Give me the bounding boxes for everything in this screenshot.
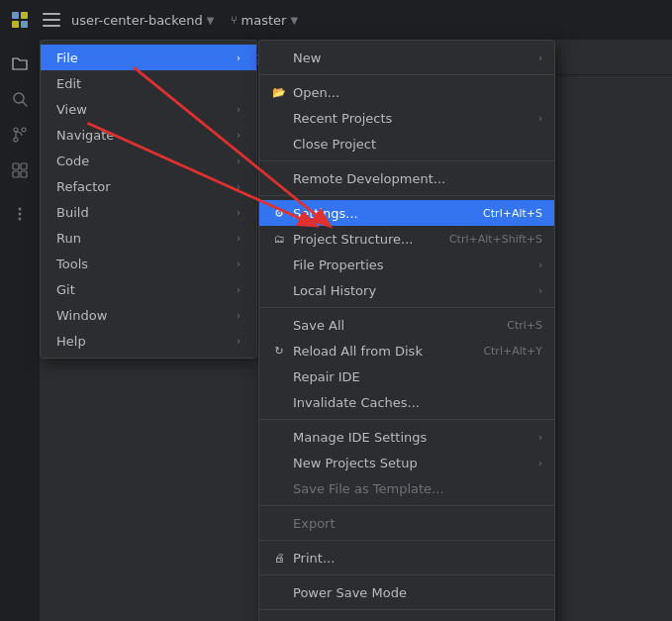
remote-icon: [271, 170, 287, 186]
svg-rect-14: [13, 171, 19, 177]
submenu-invalidate-label: Invalidate Caches...: [293, 395, 420, 410]
svg-rect-5: [43, 19, 60, 21]
submenu-reload[interactable]: ↻ Reload All from Disk Ctrl+Alt+Y: [259, 338, 554, 363]
submenu-new[interactable]: New ›: [259, 45, 554, 70]
main-menu: File › Edit View › Navigate › Code ›: [40, 40, 257, 359]
submenu-close-project-label: Close Project: [293, 137, 376, 152]
menu-edit-label: Edit: [56, 76, 81, 91]
submenu-export-label: Export: [293, 516, 336, 531]
svg-point-9: [14, 128, 18, 132]
submenu-project-structure[interactable]: 🗂 Project Structure... Ctrl+Alt+Shift+S: [259, 226, 554, 252]
menu-item-file[interactable]: File ›: [41, 45, 256, 70]
submenu-manage-ide[interactable]: Manage IDE Settings ›: [259, 424, 554, 450]
branch-selector[interactable]: ⑂ master ▼: [231, 13, 299, 28]
menu-item-code[interactable]: Code ›: [41, 148, 256, 173]
submenu-reload-label: Reload All from Disk: [293, 344, 423, 359]
menu-git-arrow: ›: [237, 284, 240, 295]
settings-shortcut: Ctrl+Alt+S: [483, 207, 542, 220]
menu-item-navigate[interactable]: Navigate ›: [41, 122, 256, 148]
divider-1: [259, 74, 554, 75]
menu-view-arrow: ›: [237, 104, 240, 115]
branch-icon: ⑂: [231, 14, 238, 27]
new-projects-arrow: ›: [538, 458, 542, 468]
svg-rect-1: [21, 12, 28, 19]
svg-point-10: [22, 128, 26, 132]
divider-5: [259, 419, 554, 420]
menu-overlay: File › Edit View › Navigate › Code ›: [40, 40, 672, 621]
submenu-local-history[interactable]: Local History ›: [259, 277, 554, 303]
menu-run-arrow: ›: [237, 233, 240, 244]
submenu-new-projects-label: New Projects Setup: [293, 456, 418, 470]
menu-window-label: Window: [56, 308, 107, 323]
menu-refactor-arrow: ›: [237, 181, 240, 192]
submenu-recent-projects[interactable]: Recent Projects ›: [259, 105, 554, 131]
local-history-arrow: ›: [538, 285, 542, 296]
menu-code-label: Code: [56, 154, 89, 168]
svg-rect-0: [12, 12, 19, 19]
submenu-exit[interactable]: Exit: [259, 614, 554, 621]
save-all-shortcut: Ctrl+S: [507, 319, 542, 332]
svg-point-11: [14, 138, 18, 142]
content-area: nfiguration.java ✕ ☕ MvcConfig.java @Bea…: [40, 40, 672, 621]
menu-item-run[interactable]: Run ›: [41, 225, 256, 251]
svg-rect-4: [43, 13, 60, 15]
new-arrow: ›: [538, 52, 542, 63]
submenu-remote-dev[interactable]: Remote Development...: [259, 165, 554, 191]
invalidate-icon: [271, 394, 287, 410]
divider-8: [259, 574, 554, 575]
svg-rect-15: [21, 171, 27, 177]
menu-tools-arrow: ›: [237, 259, 240, 269]
submenu-save-template-label: Save File as Template...: [293, 481, 444, 496]
recent-icon: [271, 110, 287, 126]
submenu-power-save[interactable]: Power Save Mode: [259, 579, 554, 605]
print-icon: 🖨: [271, 550, 287, 566]
svg-point-18: [19, 218, 22, 221]
sidebar-item-search[interactable]: [4, 83, 36, 115]
menu-run-label: Run: [56, 231, 81, 246]
menu-git-label: Git: [56, 282, 75, 297]
submenu-invalidate-caches[interactable]: Invalidate Caches...: [259, 389, 554, 415]
project-name[interactable]: user-center-backend ▼: [71, 13, 215, 28]
menu-item-window[interactable]: Window ›: [41, 302, 256, 328]
submenu-remote-label: Remote Development...: [293, 171, 445, 186]
power-save-icon: [271, 584, 287, 600]
submenu-open[interactable]: 📂 Open...: [259, 79, 554, 105]
divider-9: [259, 609, 554, 610]
menu-item-view[interactable]: View ›: [41, 96, 256, 122]
save-template-icon: [271, 480, 287, 496]
save-all-icon: [271, 317, 287, 333]
sidebar-item-grid[interactable]: [4, 155, 36, 186]
reload-shortcut: Ctrl+Alt+Y: [483, 345, 542, 358]
menu-file-arrow: ›: [237, 52, 240, 63]
submenu-recent-label: Recent Projects: [293, 111, 392, 126]
manage-ide-icon: [271, 429, 287, 445]
main-layout: nfiguration.java ✕ ☕ MvcConfig.java @Bea…: [0, 40, 672, 621]
sidebar-item-folder[interactable]: [4, 48, 36, 79]
submenu-close-project[interactable]: Close Project: [259, 131, 554, 156]
menu-item-edit[interactable]: Edit: [41, 70, 256, 96]
submenu-print[interactable]: 🖨 Print...: [259, 545, 554, 570]
submenu-file-properties[interactable]: File Properties ›: [259, 252, 554, 277]
settings-icon: ⚙: [271, 205, 287, 221]
menu-item-git[interactable]: Git ›: [41, 276, 256, 302]
submenu-repair-ide[interactable]: Repair IDE: [259, 363, 554, 389]
submenu-new-projects-setup[interactable]: New Projects Setup ›: [259, 450, 554, 475]
menu-refactor-label: Refactor: [56, 179, 111, 194]
submenu-export: Export: [259, 510, 554, 536]
file-submenu: New › 📂 Open... Recent Projects › Close …: [258, 40, 555, 621]
svg-rect-2: [12, 21, 19, 28]
submenu-new-label: New: [293, 51, 321, 65]
app-logo-icon: [8, 8, 32, 32]
hamburger-menu-icon[interactable]: [40, 8, 63, 32]
menu-item-build[interactable]: Build ›: [41, 199, 256, 225]
submenu-repair-label: Repair IDE: [293, 369, 360, 384]
sidebar-item-git[interactable]: [4, 119, 36, 151]
menu-item-help[interactable]: Help ›: [41, 328, 256, 354]
sidebar-item-more[interactable]: [4, 198, 36, 230]
submenu-save-all[interactable]: Save All Ctrl+S: [259, 312, 554, 338]
menu-item-refactor[interactable]: Refactor ›: [41, 173, 256, 199]
submenu-settings[interactable]: ⚙ Settings... Ctrl+Alt+S: [259, 200, 554, 226]
menu-build-label: Build: [56, 205, 89, 220]
submenu-save-template: Save File as Template...: [259, 475, 554, 501]
menu-item-tools[interactable]: Tools ›: [41, 251, 256, 276]
